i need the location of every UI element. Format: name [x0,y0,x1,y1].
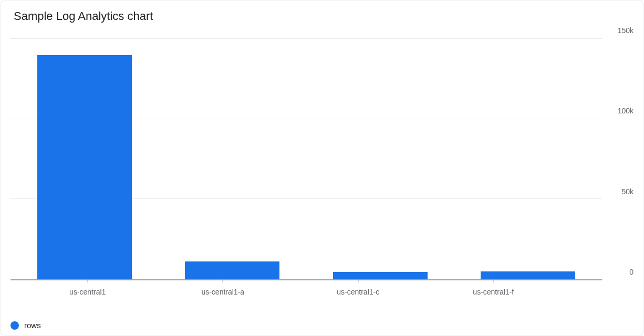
bar-slot [11,39,159,279]
plot-area: us-central1us-central1-aus-central1-cus-… [1,39,643,280]
bar[interactable] [333,272,428,279]
y-tick-label: 100k [618,107,633,115]
bar-slot [306,39,454,279]
x-tick-label: us-central1-a [201,285,244,296]
legend-label: rows [24,321,41,330]
x-tick: us-central1-a [155,285,291,296]
legend-marker-icon [11,321,19,330]
y-axis-ticks: 050k100k150k [605,39,633,280]
bar[interactable] [37,55,132,279]
chart-legend: rows [11,321,41,330]
bar-slot [454,39,603,279]
x-axis-ticks: us-central1us-central1-aus-central1-cus-… [20,285,561,296]
x-tick-label: us-central1-c [337,285,379,296]
y-tick-label: 150k [618,26,633,35]
bar-slot [159,39,307,279]
x-tick: us-central1-c [290,285,426,296]
y-tick-label: 0 [629,268,633,276]
x-tick: us-central1 [20,285,155,296]
chart-card: Sample Log Analytics chart us-central1us… [1,1,643,335]
bar[interactable] [481,271,575,279]
x-tick-label: us-central1 [69,285,106,296]
x-tick: us-central1-f [426,285,562,296]
bar[interactable] [185,261,279,279]
bars-container [11,39,602,279]
chart-title: Sample Log Analytics chart [1,9,643,23]
y-tick-label: 50k [621,187,633,196]
x-tick-label: us-central1-f [473,285,514,296]
plot-bars-area: us-central1us-central1-aus-central1-cus-… [11,39,602,280]
